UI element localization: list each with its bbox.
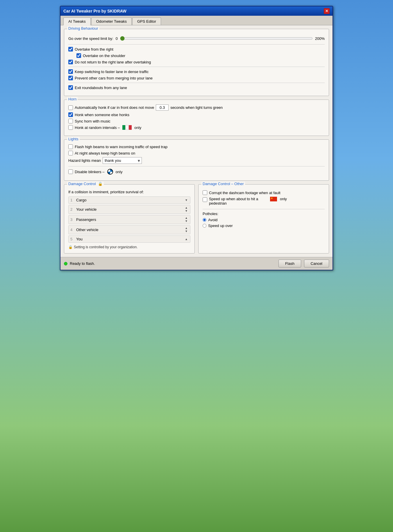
- no-return-row: Do not return to the right lane after ov…: [68, 60, 325, 64]
- disable-blinkers-suffix: only: [116, 170, 123, 174]
- window-title: Car AI Tweaker Pro by SKIDRAW: [63, 9, 126, 13]
- priority-up-btn-3[interactable]: ▲: [184, 217, 188, 219]
- status-left: Ready to flash.: [64, 261, 95, 266]
- priority-item-4: 4 Other vehicle ▲ ▼: [68, 225, 190, 234]
- close-button[interactable]: ✕: [324, 8, 330, 14]
- potholes-avoid-radio[interactable]: [203, 218, 206, 222]
- damage-control-other-title: Damage Control – Other: [201, 182, 245, 186]
- random-honk-checkbox[interactable]: [68, 125, 73, 130]
- chinese-flag-icon: ★: [270, 197, 277, 201]
- prevent-merging-label: Prevent other cars from merging into you…: [75, 76, 153, 80]
- priority-num-2: 2: [70, 207, 74, 212]
- speed-limit-label: Go over the speed limit by:: [68, 36, 113, 41]
- honk-when-honks-row: Honk when someone else honks: [68, 112, 325, 117]
- priority-down-btn-1[interactable]: ▼: [184, 199, 188, 202]
- night-beams-label: At night always keep high beams on: [75, 151, 135, 155]
- potholes-radio-group: Avoid Speed up over: [203, 218, 325, 228]
- sync-music-row: Sync horn with music: [68, 119, 325, 123]
- keep-switching-checkbox[interactable]: [68, 69, 73, 74]
- status-text: Ready to flash.: [70, 261, 95, 266]
- disable-blinkers-row: Disable blinkers – only: [68, 169, 325, 175]
- lights-title: Lights: [67, 137, 80, 141]
- random-honk-label: Honk at random intervals –: [75, 125, 120, 130]
- overtake-shoulder-checkbox[interactable]: [76, 53, 81, 58]
- priority-up-btn-4[interactable]: ▲: [184, 227, 188, 230]
- speed-limit-row: Go over the speed limit by: 0 200%: [68, 35, 325, 42]
- lock-notice-text: Setting is controlled by your organizati…: [74, 245, 137, 249]
- potholes-speedup-label: Speed up over: [208, 224, 233, 228]
- priority-down-btn-3[interactable]: ▼: [184, 220, 188, 223]
- priority-item-5: 5 You ▲: [68, 235, 190, 243]
- flash-beams-label: Flash high beams to warn incoming traffi…: [75, 145, 167, 149]
- priority-arrows-3: ▲ ▼: [184, 217, 188, 223]
- hazard-select[interactable]: thank you get out of my way sorry acknow…: [103, 157, 142, 164]
- hazard-label: Hazard lights mean: [68, 158, 101, 163]
- prevent-merging-checkbox[interactable]: [68, 76, 73, 80]
- main-content: Driving Behaviour Go over the speed limi…: [60, 25, 333, 257]
- tab-bar: AI Tweaks Odometer Tweaks GPS Editor: [60, 16, 333, 25]
- sync-music-label: Sync horn with music: [75, 119, 110, 123]
- priority-arrows-2: ▲ ▼: [184, 206, 188, 212]
- priority-label-1: Cargo: [76, 198, 183, 202]
- corrupt-row: Corrupt the dashcam footage when at faul…: [203, 190, 325, 195]
- driving-behaviour-section: Driving Behaviour Go over the speed limi…: [64, 29, 329, 96]
- lock-notice-icon: 🔒: [68, 245, 73, 249]
- sync-music-checkbox[interactable]: [68, 119, 73, 123]
- priority-list: 1 Cargo ▼ 2 Your vehicle ▲ ▼: [68, 196, 190, 243]
- exit-roundabouts-row: Exit roundabouts from any lane: [68, 85, 325, 90]
- night-beams-checkbox[interactable]: [68, 151, 73, 155]
- hazard-select-wrap: thank you get out of my way sorry acknow…: [103, 157, 142, 164]
- cancel-button[interactable]: Cancel: [304, 260, 329, 267]
- tab-ai-tweaks[interactable]: AI Tweaks: [63, 17, 91, 25]
- priority-arrows-4: ▲ ▼: [184, 227, 188, 233]
- priority-up-btn-5[interactable]: ▲: [184, 238, 188, 241]
- speed-slider[interactable]: [120, 36, 313, 41]
- corrupt-checkbox[interactable]: [203, 190, 207, 195]
- auto-honk-label: Automatically honk if car in front does …: [75, 105, 154, 110]
- priority-item-3: 3 Passengers ▲ ▼: [68, 215, 190, 224]
- keep-switching-row: Keep switching to faster lane in dense t…: [68, 69, 325, 74]
- priority-up-btn-2[interactable]: ▲: [184, 206, 188, 209]
- exit-roundabouts-label: Exit roundabouts from any lane: [75, 86, 127, 90]
- lock-notice: 🔒 Setting is controlled by your organiza…: [68, 245, 190, 249]
- speed-max-label: 200%: [315, 36, 325, 41]
- priority-label-5: You: [76, 237, 183, 241]
- tab-gps-editor[interactable]: GPS Editor: [132, 17, 161, 25]
- disable-blinkers-label: Disable blinkers –: [75, 170, 105, 174]
- priority-num-5: 5: [70, 237, 74, 241]
- speedup-pedestrian-label: Speed up when about to hit a pedestrian: [209, 197, 267, 205]
- overtake-right-label: Overtake from the right: [75, 47, 113, 52]
- auto-honk-suffix: seconds when light turns green: [170, 105, 223, 110]
- main-window: Car AI Tweaker Pro by SKIDRAW ✕ AI Tweak…: [60, 6, 333, 270]
- honk-when-honks-checkbox[interactable]: [68, 112, 73, 117]
- damage-control-section: Damage Control 🔒 If a collision is immin…: [64, 184, 195, 253]
- status-dot-icon: [64, 262, 67, 265]
- prevent-merging-row: Prevent other cars from merging into you…: [68, 76, 325, 80]
- no-return-label: Do not return to the right lane after ov…: [75, 60, 151, 64]
- horn-title: Horn: [67, 97, 78, 101]
- exit-roundabouts-checkbox[interactable]: [68, 85, 73, 90]
- auto-honk-row: Automatically honk if car in front does …: [68, 104, 325, 111]
- flash-beams-row: Flash high beams to warn incoming traffi…: [68, 144, 325, 149]
- keep-switching-label: Keep switching to faster lane in dense t…: [75, 70, 149, 74]
- speedup-pedestrian-checkbox[interactable]: [203, 197, 207, 202]
- potholes-speedup-radio[interactable]: [203, 224, 206, 228]
- random-honk-row: Honk at random intervals – only: [68, 125, 325, 130]
- no-return-checkbox[interactable]: [68, 60, 73, 64]
- tab-odometer-tweaks[interactable]: Odometer Tweaks: [91, 17, 132, 25]
- potholes-avoid-label: Avoid: [208, 218, 217, 222]
- priority-down-btn-4[interactable]: ▼: [184, 230, 188, 233]
- overtake-shoulder-label: Overtake on the shoulder: [83, 54, 125, 58]
- flash-beams-checkbox[interactable]: [68, 144, 73, 149]
- potholes-label: Potholes:: [203, 212, 325, 216]
- overtake-right-checkbox[interactable]: [68, 47, 73, 52]
- auto-honk-checkbox[interactable]: [68, 105, 73, 110]
- priority-num-4: 4: [70, 228, 74, 232]
- auto-honk-seconds-input[interactable]: [156, 104, 169, 111]
- disable-blinkers-checkbox[interactable]: [68, 169, 73, 174]
- priority-label-3: Passengers: [76, 217, 183, 222]
- flash-button[interactable]: Flash: [278, 260, 301, 267]
- priority-down-btn-2[interactable]: ▼: [184, 210, 188, 212]
- priority-arrows-1: ▼: [184, 199, 188, 202]
- bmw-logo-icon: [107, 169, 113, 175]
